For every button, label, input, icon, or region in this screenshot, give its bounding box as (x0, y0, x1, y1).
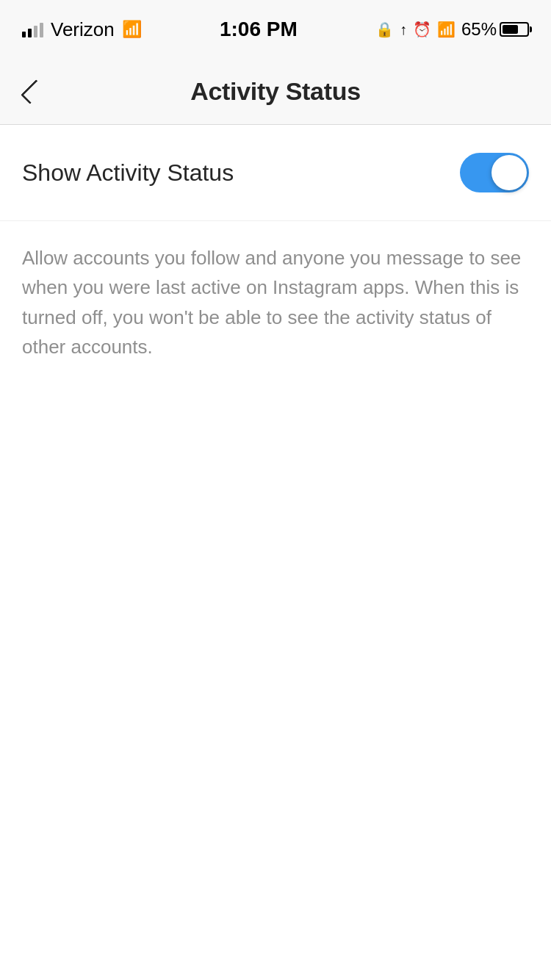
bluetooth-icon: 📶 (437, 21, 455, 38)
page-title: Activity Status (190, 77, 361, 106)
screen-lock-icon: 🔒 (375, 21, 394, 38)
status-right: 🔒 ↑ ⏰ 📶 65% (375, 19, 529, 40)
alarm-icon: ⏰ (413, 21, 431, 38)
activity-status-toggle[interactable] (460, 153, 529, 192)
battery-percent: 65% (461, 19, 497, 40)
battery-container: 65% (461, 19, 529, 40)
status-time: 1:06 PM (220, 18, 298, 41)
main-content: Show Activity Status Allow accounts you … (0, 125, 551, 361)
activity-status-row: Show Activity Status (0, 125, 551, 221)
status-left: Verizon 📶 (22, 18, 142, 41)
back-chevron-icon (21, 79, 46, 104)
battery-fill (503, 25, 518, 34)
description-section: Allow accounts you follow and anyone you… (0, 221, 551, 361)
wifi-icon: 📶 (122, 20, 142, 39)
signal-bars-icon (22, 21, 43, 37)
activity-status-label: Show Activity Status (22, 159, 234, 187)
description-text: Allow accounts you follow and anyone you… (22, 243, 529, 361)
status-bar: Verizon 📶 1:06 PM 🔒 ↑ ⏰ 📶 65% (0, 0, 551, 59)
location-icon: ↑ (400, 21, 407, 38)
carrier-name: Verizon (51, 18, 115, 41)
battery-icon (500, 22, 529, 37)
back-button[interactable] (19, 73, 47, 110)
toggle-knob (491, 155, 527, 190)
nav-header: Activity Status (0, 59, 551, 125)
